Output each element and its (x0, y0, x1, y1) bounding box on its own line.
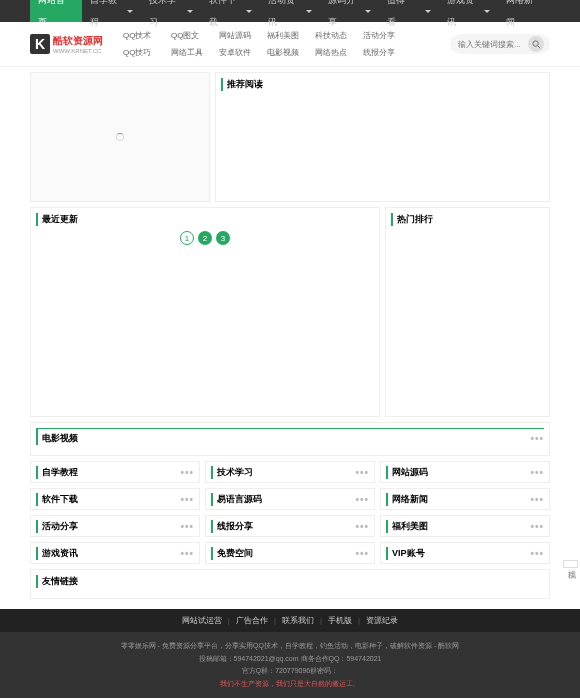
category-网络新闻[interactable]: 网络新闻••• (380, 488, 550, 510)
nav-源码分享[interactable]: 源码分享 (320, 0, 380, 22)
logo-icon: K (30, 34, 50, 54)
category-VIP账号[interactable]: VIP账号••• (380, 542, 550, 564)
friend-title: 友情链接 (36, 575, 544, 588)
chevron-down-icon (246, 10, 252, 13)
recent-title: 最近更新 (36, 213, 374, 226)
feedback-button[interactable]: 投稿 (563, 560, 578, 568)
category-活动分享[interactable]: 活动分享••• (30, 515, 200, 537)
friend-panel: 友情链接 (30, 569, 550, 599)
more-icon[interactable]: ••• (355, 521, 369, 532)
category-福利美图[interactable]: 福利美图••• (380, 515, 550, 537)
header-link[interactable]: 安卓软件 (219, 44, 267, 61)
more-icon[interactable]: ••• (530, 521, 544, 532)
svg-point-0 (532, 40, 537, 45)
category-label: 网络新闻 (392, 493, 428, 506)
movie-title: 电影视频 (42, 432, 78, 445)
header-link[interactable]: QQ技术 (123, 27, 171, 44)
header-link[interactable]: 网络工具 (171, 44, 219, 61)
more-icon[interactable]: ••• (180, 548, 194, 559)
more-icon[interactable]: ••• (530, 494, 544, 505)
category-label: 自学教程 (42, 466, 78, 479)
search-icon[interactable] (528, 36, 544, 52)
chevron-down-icon (306, 10, 312, 13)
chevron-down-icon (127, 10, 133, 13)
svg-line-1 (537, 45, 539, 47)
recent-panel: 最近更新 123 (30, 207, 380, 417)
header-link[interactable]: 福利美图 (267, 27, 315, 44)
logo-title: 酷软资源网 (53, 34, 103, 48)
category-label: 网站源码 (392, 466, 428, 479)
more-icon[interactable]: ••• (180, 467, 194, 478)
header-link[interactable]: 线报分享 (363, 44, 411, 61)
header-link[interactable]: 活动分享 (363, 27, 411, 44)
category-易语言源码[interactable]: 易语言源码••• (205, 488, 375, 510)
chevron-down-icon (484, 10, 490, 13)
search-box[interactable] (450, 34, 550, 54)
search-input[interactable] (458, 40, 528, 49)
hot-title: 热门排行 (391, 213, 544, 226)
chevron-down-icon (425, 10, 431, 13)
footer-link[interactable]: 广告合作 (230, 616, 274, 625)
nav-活动资讯[interactable]: 活动资讯 (260, 0, 320, 22)
nav-网络新闻[interactable]: 网络新闻 (498, 0, 550, 22)
more-icon[interactable]: ••• (530, 467, 544, 478)
recommend-title: 推荐阅读 (221, 78, 544, 91)
page-2[interactable]: 2 (198, 231, 212, 245)
more-icon[interactable]: ••• (530, 548, 544, 559)
site-logo[interactable]: K 酷软资源网 WWW.KRNET.CC (30, 34, 103, 54)
hot-panel: 热门排行 (385, 207, 550, 417)
more-icon[interactable]: ••• (355, 548, 369, 559)
category-线报分享[interactable]: 线报分享••• (205, 515, 375, 537)
footer-link[interactable]: 联系我们 (276, 616, 320, 625)
recommend-panel: 推荐阅读 (215, 72, 550, 202)
category-label: 福利美图 (392, 520, 428, 533)
nav-软件下载[interactable]: 软件下载 (201, 0, 261, 22)
nav-技术学习[interactable]: 技术学习 (141, 0, 201, 22)
header-link[interactable]: QQ图文 (171, 27, 219, 44)
logo-subtitle: WWW.KRNET.CC (53, 48, 103, 54)
category-网站源码[interactable]: 网站源码••• (380, 461, 550, 483)
more-icon[interactable]: ••• (355, 494, 369, 505)
more-icon[interactable]: ••• (355, 467, 369, 478)
category-技术学习[interactable]: 技术学习••• (205, 461, 375, 483)
category-label: 活动分享 (42, 520, 78, 533)
footer-link[interactable]: 资源纪录 (360, 616, 404, 625)
more-icon[interactable]: ••• (180, 494, 194, 505)
nav-游戏资讯[interactable]: 游戏资讯 (439, 0, 499, 22)
header-link[interactable]: QQ技巧 (123, 44, 171, 61)
footer-slogan: 我们不生产资源，我们只是大自然的搬运工。 (8, 678, 572, 691)
category-label: 技术学习 (217, 466, 253, 479)
footer-link[interactable]: 网站试运营 (176, 616, 228, 625)
page-3[interactable]: 3 (216, 231, 230, 245)
footer-desc: 零零娱乐网 - 免费资源分享平台，分享实用QQ技术，自学教程，钓鱼活动，电影种子… (8, 640, 572, 653)
category-label: 免费空间 (217, 547, 253, 560)
nav-网站首页[interactable]: 网站首页 (30, 0, 82, 22)
category-label: 游戏资讯 (42, 547, 78, 560)
nav-值得一看[interactable]: 值得一看 (379, 0, 439, 22)
category-label: 软件下载 (42, 493, 78, 506)
footer-contact: 投稿邮箱：594742021@qq.com 商务合作QQ：594742021 (8, 653, 572, 666)
footer-link[interactable]: 手机版 (322, 616, 358, 625)
category-软件下载[interactable]: 软件下载••• (30, 488, 200, 510)
loading-icon (116, 133, 124, 141)
header-link[interactable]: 网站源码 (219, 27, 267, 44)
header-link[interactable]: 网络热点 (315, 44, 363, 61)
hero-slider[interactable] (30, 72, 210, 202)
category-免费空间[interactable]: 免费空间••• (205, 542, 375, 564)
chevron-down-icon (187, 10, 193, 13)
category-label: 易语言源码 (217, 493, 262, 506)
category-自学教程[interactable]: 自学教程••• (30, 461, 200, 483)
header-link[interactable]: 电影视频 (267, 44, 315, 61)
more-icon[interactable]: ••• (530, 433, 544, 444)
chevron-down-icon (365, 10, 371, 13)
header-link[interactable]: 科技动态 (315, 27, 363, 44)
category-游戏资讯[interactable]: 游戏资讯••• (30, 542, 200, 564)
footer-group: 官方Q群：720779096群密码： (8, 665, 572, 678)
page-1[interactable]: 1 (180, 231, 194, 245)
more-icon[interactable]: ••• (180, 521, 194, 532)
movie-panel: 电影视频••• (30, 422, 550, 456)
nav-自学教程[interactable]: 自学教程 (82, 0, 142, 22)
category-label: 线报分享 (217, 520, 253, 533)
category-label: VIP账号 (392, 547, 425, 560)
